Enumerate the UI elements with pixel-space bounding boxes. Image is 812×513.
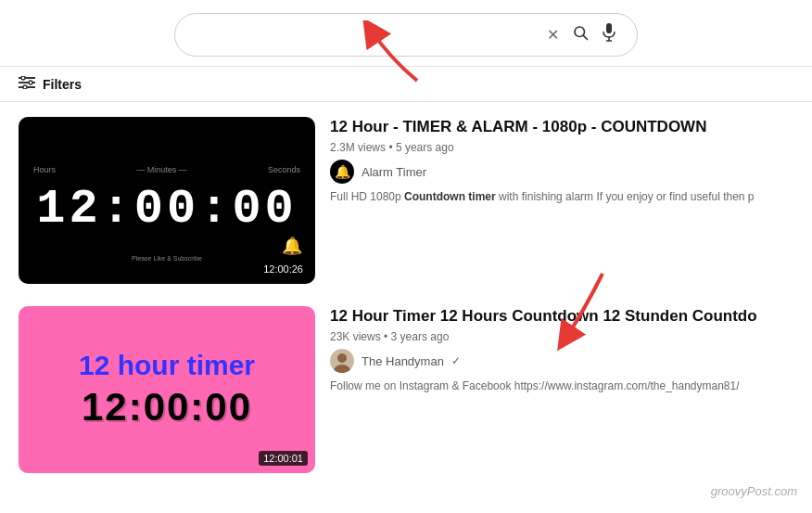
video-title-2[interactable]: 12 Hour Timer 12 Hours Countdown 12 Stun… — [330, 306, 793, 327]
minutes-label: — Minutes — — [136, 165, 187, 174]
svg-point-8 — [21, 76, 25, 80]
channel-avatar-icon-1: 🔔 — [335, 164, 350, 179]
separator-1: • — [388, 141, 396, 154]
channel-avatar-2 — [330, 349, 354, 373]
channel-name-2[interactable]: The Handyman — [362, 354, 444, 368]
age-1: 5 years ago — [396, 141, 454, 154]
channel-name-1[interactable]: Alarm Timer — [362, 165, 426, 179]
separator-2: • — [384, 330, 391, 343]
hours-label: Hours — [33, 165, 56, 174]
subscribe-text: Please Like & Subscribe — [132, 255, 202, 262]
results-area: Hours — Minutes — Seconds 12:00:00 🔔 Ple… — [0, 102, 812, 488]
seconds-label: Seconds — [268, 165, 300, 174]
bell-icon: 🔔 — [282, 236, 302, 256]
thumbnail-1[interactable]: Hours — Minutes — Seconds 12:00:00 🔔 Ple… — [19, 117, 315, 284]
bold-text-1: Countdown timer — [404, 190, 496, 203]
search-input-wrapper: 12 hour countdown timer ✕ — [174, 13, 638, 57]
thumb2-time: 12:00:00 — [82, 385, 252, 430]
svg-rect-2 — [606, 23, 612, 33]
svg-point-12 — [337, 353, 347, 363]
age-2: 3 years ago — [391, 330, 450, 343]
search-input[interactable]: 12 hour countdown timer — [190, 27, 541, 43]
video-info-1: 12 Hour - TIMER & ALARM - 1080p - COUNTD… — [330, 117, 793, 205]
video-title-1[interactable]: 12 Hour - TIMER & ALARM - 1080p - COUNTD… — [330, 117, 793, 137]
search-button[interactable] — [565, 22, 596, 47]
filters-row: Filters — [0, 67, 812, 102]
video-info-2: 12 Hour Timer 12 Hours Countdown 12 Stun… — [330, 306, 793, 394]
video-meta-1: 2.3M views • 5 years ago — [330, 141, 793, 154]
result-item-2: 12 hour timer 12:00:00 12:00:01 12 Hour … — [19, 306, 793, 473]
mic-icon — [602, 27, 616, 45]
thumb1-duration: 12:00:26 — [259, 262, 308, 276]
views-2: 23K views — [330, 330, 381, 343]
channel-row-2: The Handyman ✓ — [330, 349, 793, 373]
channel-row-1: 🔔 Alarm Timer — [330, 160, 793, 184]
thumb1-labels: Hours — Minutes — Seconds — [33, 165, 300, 174]
filters-icon — [19, 76, 35, 92]
search-bar-area: 12 hour countdown timer ✕ — [0, 0, 812, 67]
svg-point-10 — [23, 85, 27, 89]
search-icon — [572, 26, 589, 45]
video-description-2: Follow me on Instagram & Facebook https:… — [330, 378, 793, 394]
close-icon: ✕ — [547, 27, 559, 43]
channel-avatar-1: 🔔 — [330, 160, 354, 184]
verified-icon-2: ✓ — [451, 354, 461, 367]
mic-button[interactable] — [596, 21, 622, 48]
video-meta-2: 23K views • 3 years ago — [330, 330, 793, 343]
watermark: groovyPost.com — [711, 484, 797, 498]
views-1: 2.3M views — [330, 141, 386, 154]
filters-label[interactable]: Filters — [43, 77, 82, 92]
result-item-1: Hours — Minutes — Seconds 12:00:00 🔔 Ple… — [19, 117, 793, 284]
thumb2-duration: 12:00:01 — [259, 451, 308, 466]
search-clear-button[interactable]: ✕ — [541, 24, 565, 45]
thumb1-time: 12:00:00 — [36, 182, 298, 237]
svg-point-9 — [29, 81, 32, 84]
thumb2-title: 12 hour timer — [79, 350, 255, 381]
thumbnail-2[interactable]: 12 hour timer 12:00:00 12:00:01 — [19, 306, 315, 473]
svg-line-1 — [583, 35, 587, 39]
video-description-1: Full HD 1080p Countdown timer with finis… — [330, 189, 793, 205]
